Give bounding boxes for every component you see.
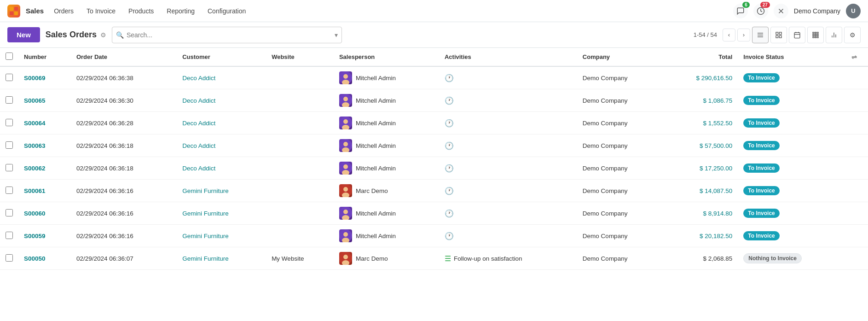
customer-name[interactable]: Gemini Furniture: [177, 225, 266, 247]
activity-cell: 🕐: [439, 89, 577, 112]
col-company[interactable]: Company: [577, 48, 664, 66]
activity-clock-icon[interactable]: 🕐: [445, 187, 454, 195]
row-checkbox[interactable]: [6, 96, 13, 104]
table-row: S0006202/29/2024 06:36:18Deco AddictMitc…: [0, 157, 868, 180]
activity-clock-icon[interactable]: 🕐: [445, 119, 454, 127]
nav-products[interactable]: Products: [124, 5, 158, 18]
customer-name[interactable]: Gemini Furniture: [177, 247, 266, 270]
row-checkbox-cell: [0, 66, 18, 89]
activities-button[interactable]: 27: [753, 4, 768, 18]
customer-name[interactable]: Deco Addict: [177, 134, 266, 157]
customer-name[interactable]: Gemini Furniture: [177, 180, 266, 202]
nav-orders[interactable]: Orders: [49, 5, 78, 18]
next-page-button[interactable]: ›: [737, 29, 750, 41]
activity-cell: 🕐: [439, 180, 577, 202]
nav-to-invoice[interactable]: To Invoice: [82, 5, 120, 18]
svg-rect-2: [10, 12, 13, 15]
activity-list-icon[interactable]: ☰: [445, 254, 451, 263]
order-date: 02/29/2024 06:36:28: [71, 112, 177, 134]
col-order-date[interactable]: Order Date: [71, 48, 177, 66]
salesperson-avatar: [339, 207, 352, 220]
col-number[interactable]: Number: [18, 48, 71, 66]
invoice-status: To Invoice: [738, 202, 846, 225]
close-button[interactable]: [774, 4, 788, 18]
search-input[interactable]: [127, 31, 333, 39]
activity-clock-icon[interactable]: 🕐: [445, 74, 454, 82]
col-total[interactable]: Total: [664, 48, 738, 66]
salesperson: Marc Demo: [334, 247, 439, 270]
col-invoice-status[interactable]: Invoice Status: [738, 48, 846, 66]
col-website[interactable]: Website: [266, 48, 334, 66]
activity-clock-icon[interactable]: 🕐: [445, 142, 454, 150]
salesperson: Mitchell Admin: [334, 202, 439, 225]
row-checkbox[interactable]: [6, 209, 13, 216]
order-number[interactable]: S00063: [18, 134, 71, 157]
row-checkbox[interactable]: [6, 187, 13, 194]
row-checkbox[interactable]: [6, 141, 13, 149]
salesperson-name: Mitchell Admin: [356, 233, 396, 239]
activity-clock-icon[interactable]: 🕐: [445, 97, 454, 105]
salesperson: Mitchell Admin: [334, 134, 439, 157]
order-number[interactable]: S00061: [18, 180, 71, 202]
svg-point-37: [343, 119, 348, 124]
list-view-button[interactable]: [752, 27, 769, 43]
toolbar: New Sales Orders ⚙ 🔍 ▾ 1-54 / 54 ‹ › ⚙: [0, 22, 868, 48]
messages-button[interactable]: 6: [733, 4, 748, 18]
top-navigation: Sales Orders To Invoice Products Reporti…: [0, 0, 868, 22]
prev-page-button[interactable]: ‹: [723, 29, 735, 41]
order-number[interactable]: S00064: [18, 112, 71, 134]
order-number[interactable]: S00069: [18, 66, 71, 89]
nav-reporting[interactable]: Reporting: [162, 5, 199, 18]
user-avatar[interactable]: U: [846, 4, 861, 18]
col-activities[interactable]: Activities: [439, 48, 577, 66]
svg-rect-19: [815, 32, 816, 34]
order-number[interactable]: S00050: [18, 247, 71, 270]
activity-clock-icon[interactable]: 🕐: [445, 164, 454, 172]
kanban-view-button[interactable]: [770, 27, 787, 43]
table-row: S0006402/29/2024 06:36:28Deco AddictMitc…: [0, 112, 868, 134]
salesperson-avatar: [339, 139, 352, 152]
select-all-checkbox[interactable]: [6, 53, 13, 60]
activity-cell: ☰Follow-up on satisfaction: [439, 247, 577, 270]
row-checkbox[interactable]: [6, 119, 13, 126]
website: [266, 180, 334, 202]
customer-name[interactable]: Deco Addict: [177, 157, 266, 180]
col-salesperson[interactable]: Salesperson: [334, 48, 439, 66]
customer-name[interactable]: Deco Addict: [177, 89, 266, 112]
order-number[interactable]: S00065: [18, 89, 71, 112]
nav-configuration[interactable]: Configuration: [203, 5, 250, 18]
search-bar: 🔍 ▾: [112, 27, 342, 43]
search-icon: 🔍: [116, 31, 124, 39]
status-badge: To Invoice: [743, 118, 779, 128]
customer-name[interactable]: Gemini Furniture: [177, 202, 266, 225]
settings-icon[interactable]: ⚙: [100, 31, 106, 39]
row-checkbox[interactable]: [6, 74, 13, 81]
calendar-view-button[interactable]: [789, 27, 805, 43]
activity-clock-icon[interactable]: 🕐: [445, 210, 454, 217]
row-checkbox[interactable]: [6, 164, 13, 171]
salesperson-name: Marc Demo: [356, 187, 388, 194]
row-adjust: [846, 202, 868, 225]
invoice-status: To Invoice: [738, 112, 846, 134]
select-all-header[interactable]: [0, 48, 18, 66]
search-dropdown-icon[interactable]: ▾: [333, 31, 338, 39]
order-total: $ 290,616.50: [664, 66, 738, 89]
customer-name[interactable]: Deco Addict: [177, 112, 266, 134]
column-adjust-icon[interactable]: ⇌: [851, 53, 857, 61]
row-adjust: [846, 89, 868, 112]
status-badge: To Invoice: [743, 209, 779, 218]
settings-view-button[interactable]: ⚙: [844, 27, 861, 43]
grid-view-button[interactable]: [807, 27, 824, 43]
order-number[interactable]: S00062: [18, 157, 71, 180]
col-customer[interactable]: Customer: [177, 48, 266, 66]
customer-name[interactable]: Deco Addict: [177, 66, 266, 89]
activity-clock-icon[interactable]: 🕐: [445, 232, 454, 240]
page-title-area: Sales Orders ⚙: [46, 30, 106, 40]
order-number[interactable]: S00060: [18, 202, 71, 225]
chart-view-button[interactable]: [826, 27, 842, 43]
salesperson-name: Mitchell Admin: [356, 97, 396, 104]
order-number[interactable]: S00059: [18, 225, 71, 247]
new-button[interactable]: New: [7, 27, 40, 42]
row-checkbox[interactable]: [6, 254, 13, 262]
row-checkbox[interactable]: [6, 232, 13, 239]
